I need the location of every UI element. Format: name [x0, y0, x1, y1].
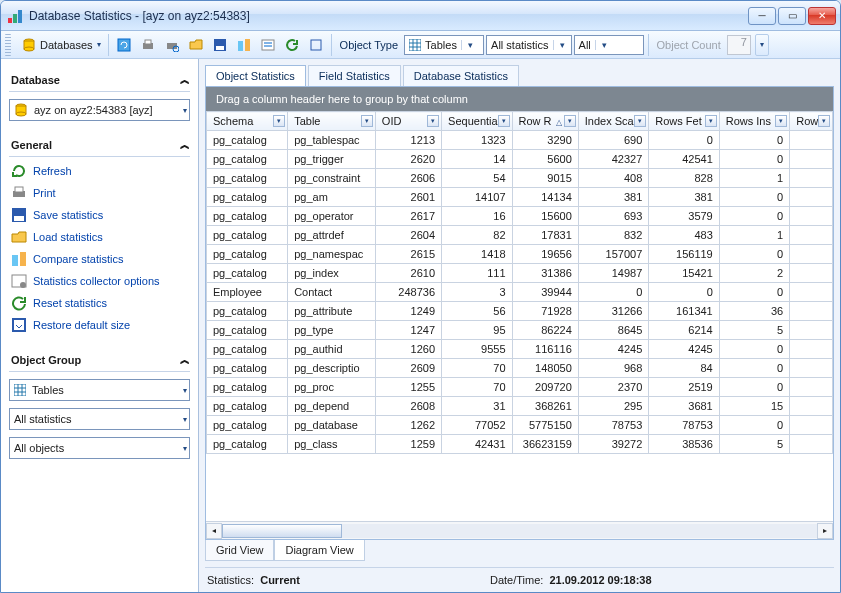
filter-icon[interactable]: ▾ — [498, 115, 510, 127]
column-header[interactable]: Rows Fet▾ — [649, 112, 719, 131]
table-row[interactable]: pg_catalogpg_proc125570209720237025190 — [207, 378, 833, 397]
sidebar-link-save[interactable]: Save statistics — [9, 204, 190, 226]
collapse-icon[interactable]: ︽ — [180, 73, 188, 87]
table-row[interactable]: pg_catalogpg_authid126095551161164245424… — [207, 340, 833, 359]
toolbar-reset-button[interactable] — [281, 34, 303, 56]
scroll-left-button[interactable]: ◂ — [206, 523, 222, 539]
svg-rect-26 — [20, 252, 26, 266]
table-cell: 483 — [649, 226, 719, 245]
table-cell: pg_descriptio — [288, 359, 376, 378]
toolbar-save-button[interactable] — [209, 34, 231, 56]
table-row[interactable]: pg_catalogpg_database1262770525775150787… — [207, 416, 833, 435]
object-type-combo[interactable]: Tables ▾ — [404, 35, 484, 55]
close-button[interactable]: ✕ — [808, 7, 836, 25]
table-cell: 0 — [719, 283, 789, 302]
svg-rect-0 — [8, 18, 12, 23]
table-row[interactable]: pg_catalogpg_class1259424313662315939272… — [207, 435, 833, 454]
column-header[interactable]: Schema▾ — [207, 112, 288, 131]
table-cell: 1259 — [375, 435, 441, 454]
column-header[interactable]: OID▾ — [375, 112, 441, 131]
table-row[interactable]: pg_catalogpg_operator2617161560069335790 — [207, 207, 833, 226]
sidebar-link-print[interactable]: Print — [9, 182, 190, 204]
filter-icon[interactable]: ▾ — [273, 115, 285, 127]
table-row[interactable]: pg_catalogpg_descriptio26097014805096884… — [207, 359, 833, 378]
object-group-stats-combo[interactable]: All statistics ▾ — [9, 408, 190, 430]
filter-icon[interactable]: ▾ — [818, 115, 830, 127]
table-row[interactable]: EmployeeContact248736339944000 — [207, 283, 833, 302]
column-header[interactable]: Sequentia▾ — [442, 112, 512, 131]
object-group-objects-combo[interactable]: All objects ▾ — [9, 437, 190, 459]
filter-icon[interactable]: ▾ — [634, 115, 646, 127]
column-header[interactable]: Rows Ins▾ — [719, 112, 789, 131]
databases-dropdown[interactable]: Databases ▾ — [17, 34, 104, 56]
table-cell: 95 — [442, 321, 512, 340]
table-cell: 84 — [649, 359, 719, 378]
tab-diagram-view[interactable]: Diagram View — [274, 540, 364, 561]
column-header[interactable]: Row▾ — [790, 112, 833, 131]
table-cell: pg_index — [288, 264, 376, 283]
filter-icon[interactable]: ▾ — [775, 115, 787, 127]
collapse-icon[interactable]: ︽ — [180, 353, 188, 367]
sidebar-link-collector[interactable]: Statistics collector options — [9, 270, 190, 292]
table-scroll[interactable]: Schema▾Table▾OID▾Sequentia▾Row R▾Index S… — [206, 111, 833, 521]
table-row[interactable]: pg_catalogpg_constraint26065490154088281 — [207, 169, 833, 188]
toolbar-refresh-button[interactable] — [113, 34, 135, 56]
sidebar-link-restore[interactable]: Restore default size — [9, 314, 190, 336]
statistics-filter-combo[interactable]: All statistics ▾ — [486, 35, 571, 55]
filter-icon[interactable]: ▾ — [427, 115, 439, 127]
databases-label: Databases — [40, 39, 93, 51]
filter-icon[interactable]: ▾ — [705, 115, 717, 127]
column-header[interactable]: Table▾ — [288, 112, 376, 131]
table-row[interactable]: pg_catalogpg_attrdef260482178318324831 — [207, 226, 833, 245]
table-cell: pg_depend — [288, 397, 376, 416]
table-row[interactable]: pg_catalogpg_attribute124956719283126616… — [207, 302, 833, 321]
sidebar-link-label: Statistics collector options — [33, 275, 160, 287]
minimize-button[interactable]: ─ — [748, 7, 776, 25]
toolbar-restore-size-button[interactable] — [305, 34, 327, 56]
maximize-button[interactable]: ▭ — [778, 7, 806, 25]
table-row[interactable]: pg_catalogpg_namespac2615141819656157007… — [207, 245, 833, 264]
table-cell: 4245 — [649, 340, 719, 359]
tab-grid-view[interactable]: Grid View — [205, 540, 274, 561]
collapse-icon[interactable]: ︽ — [180, 138, 188, 152]
table-row[interactable]: pg_catalogpg_trigger26201456004232742541… — [207, 150, 833, 169]
svg-rect-29 — [13, 319, 25, 331]
table-cell: pg_catalog — [207, 397, 288, 416]
column-header[interactable]: Row R▾ — [512, 112, 578, 131]
sidebar-link-compare[interactable]: Compare statistics — [9, 248, 190, 270]
sidebar-link-reset[interactable]: Reset statistics — [9, 292, 190, 314]
tab-object-statistics[interactable]: Object Statistics — [205, 65, 306, 86]
table-cell: 5600 — [512, 150, 578, 169]
tab-field-statistics[interactable]: Field Statistics — [308, 65, 401, 86]
objects-filter-combo[interactable]: All ▾ — [574, 35, 644, 55]
group-by-row[interactable]: Drag a column header here to group by th… — [206, 87, 833, 111]
table-row[interactable]: pg_catalogpg_am260114107141343813810 — [207, 188, 833, 207]
table-cell: 31 — [442, 397, 512, 416]
chevron-down-icon: ▾ — [461, 40, 477, 50]
scroll-right-button[interactable]: ▸ — [817, 523, 833, 539]
table-row[interactable]: pg_catalogpg_type12479586224864562145 — [207, 321, 833, 340]
toolbar-compare-button[interactable] — [233, 34, 255, 56]
toolbar-overflow-button[interactable]: ▾ — [755, 34, 769, 56]
toolbar-print-preview-button[interactable] — [161, 34, 183, 56]
filter-icon[interactable]: ▾ — [361, 115, 373, 127]
sidebar-link-refresh[interactable]: Refresh — [9, 160, 190, 182]
table-row[interactable]: pg_catalogpg_index2610111313861498715421… — [207, 264, 833, 283]
tab-database-statistics[interactable]: Database Statistics — [403, 65, 519, 86]
horizontal-scrollbar[interactable]: ◂ ▸ — [206, 521, 833, 539]
table-row[interactable]: pg_catalogpg_tablespac12131323329069000 — [207, 131, 833, 150]
toolbar-print-button[interactable] — [137, 34, 159, 56]
table-cell: 14107 — [442, 188, 512, 207]
table-cell: 38536 — [649, 435, 719, 454]
table-cell: pg_catalog — [207, 150, 288, 169]
column-header[interactable]: Index Sca▾ — [578, 112, 648, 131]
sidebar-link-load[interactable]: Load statistics — [9, 226, 190, 248]
filter-icon[interactable]: ▾ — [564, 115, 576, 127]
toolbar-settings-button[interactable] — [257, 34, 279, 56]
database-combo[interactable]: ayz on ayz2:54383 [ayz] ▾ — [9, 99, 190, 121]
scroll-thumb[interactable] — [222, 524, 342, 538]
toolbar-open-button[interactable] — [185, 34, 207, 56]
object-group-type-combo[interactable]: Tables ▾ — [9, 379, 190, 401]
table-row[interactable]: pg_catalogpg_depend260831368261295368115 — [207, 397, 833, 416]
table-cell: pg_catalog — [207, 226, 288, 245]
